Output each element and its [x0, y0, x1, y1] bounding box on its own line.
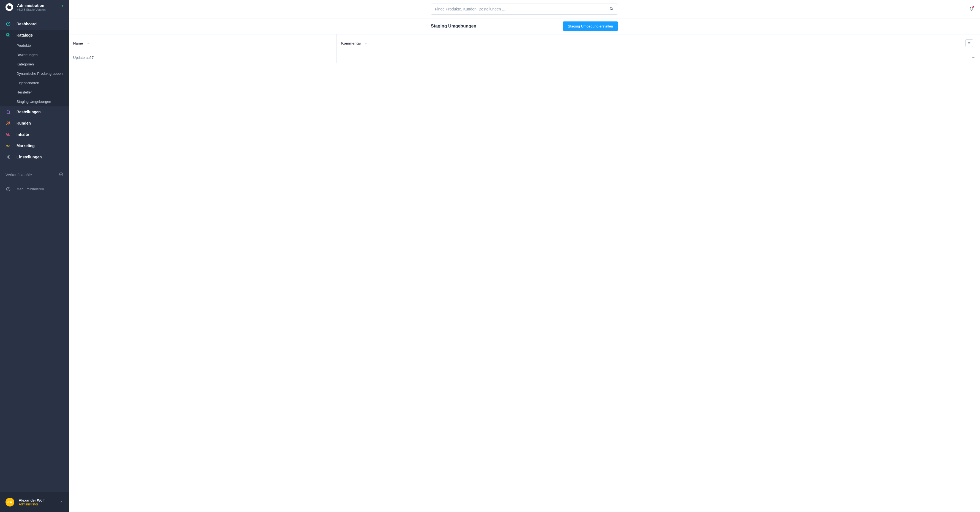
nav-label: Einstellungen [16, 155, 42, 159]
avatar: AW [5, 498, 14, 507]
nav-catalogs[interactable]: Kataloge [0, 30, 69, 41]
notifications-button[interactable] [969, 6, 974, 12]
add-sales-channel-button[interactable] [59, 172, 63, 178]
nav-orders[interactable]: Bestellungen [0, 106, 69, 118]
column-header-comment[interactable]: Kommentar ··· [337, 34, 961, 52]
nav-label: Dashboard [16, 22, 37, 26]
svg-point-12 [6, 187, 10, 191]
sales-channels-label: Verkaufskanäle [5, 173, 32, 177]
column-menu-icon[interactable]: ··· [365, 41, 369, 45]
sales-channels-section: Verkaufskanäle [0, 170, 69, 181]
sidebar: Administration v6.2.3 Stable Version Das… [0, 0, 69, 512]
subnav-properties[interactable]: Eigenschaften [0, 78, 69, 88]
minimize-label: Menü minimieren [16, 187, 44, 191]
gauge-icon [5, 21, 11, 27]
nav-content[interactable]: Inhalte [0, 129, 69, 140]
table-settings-button[interactable] [966, 39, 973, 47]
page-title: Staging Umgebungen [431, 24, 476, 29]
svg-point-8 [8, 157, 9, 158]
app-title: Administration [17, 3, 46, 8]
cell-comment [337, 52, 961, 63]
gear-icon [5, 154, 11, 160]
bag-icon [5, 109, 11, 115]
column-settings [961, 34, 980, 52]
notification-dot [972, 6, 974, 8]
users-icon [5, 120, 11, 126]
main-content: Staging Umgebungen Staging Umgebung erst… [69, 0, 980, 512]
user-name: Alexander Wolf [19, 498, 45, 502]
table-header-row: Name ··· Kommentar ··· [69, 34, 980, 52]
subnav-staging[interactable]: Staging Umgebungen [0, 97, 69, 106]
nav-label: Kataloge [16, 33, 33, 37]
list-icon [967, 41, 971, 45]
app-version: v6.2.3 Stable Version [17, 8, 46, 11]
subnav-reviews[interactable]: Bewertungen [0, 50, 69, 60]
logo-icon [5, 3, 13, 11]
svg-point-13 [610, 7, 612, 10]
nav-label: Bestellungen [16, 110, 41, 114]
plus-circle-icon [59, 172, 63, 176]
search-input[interactable] [435, 7, 609, 11]
chevron-left-circle-icon [5, 186, 11, 192]
nav-marketing[interactable]: Marketing [0, 140, 69, 152]
subnav-categories[interactable]: Kategorien [0, 60, 69, 69]
search-box[interactable] [431, 3, 618, 14]
staging-table: Name ··· Kommentar ··· [69, 34, 980, 63]
topbar [69, 0, 980, 18]
column-menu-icon[interactable]: ··· [87, 41, 91, 45]
svg-point-3 [7, 122, 8, 123]
nav-label: Marketing [16, 144, 35, 148]
svg-point-4 [9, 122, 10, 123]
create-staging-button[interactable]: Staging Umgebung erstellen [563, 21, 618, 31]
nav-settings[interactable]: Einstellungen [0, 152, 69, 163]
svg-rect-5 [6, 133, 9, 135]
subnav-products[interactable]: Produkte [0, 41, 69, 50]
nav-label: Kunden [16, 121, 31, 125]
copy-icon [5, 32, 11, 38]
row-actions-button[interactable]: ··· [961, 52, 980, 63]
cell-name: Update auf 7 [69, 52, 337, 63]
search-icon [609, 6, 614, 12]
svg-line-14 [612, 10, 613, 10]
chevron-up-icon [59, 500, 63, 504]
status-indicator [62, 5, 63, 6]
nav-dashboard[interactable]: Dashboard [0, 18, 69, 30]
page-header: Staging Umgebungen Staging Umgebung erst… [69, 18, 980, 34]
column-header-name[interactable]: Name ··· [69, 34, 337, 52]
table-area: Name ··· Kommentar ··· [69, 34, 980, 512]
subnav-manufacturers[interactable]: Hersteller [0, 88, 69, 97]
minimize-menu-button[interactable]: Menü minimieren [0, 184, 69, 195]
catalog-subnav: Produkte Bewertungen Kategorien Dynamisc… [0, 41, 69, 106]
subnav-dynamic-groups[interactable]: Dynamische Produktgruppen [0, 69, 69, 78]
user-role: Administrator [19, 502, 45, 506]
main-nav: Dashboard Kataloge Produkte Bewertungen … [0, 13, 69, 492]
table-row[interactable]: Update auf 7 ··· [69, 52, 980, 63]
sidebar-header: Administration v6.2.3 Stable Version [0, 0, 69, 13]
layout-icon [5, 132, 11, 137]
user-menu[interactable]: AW Alexander Wolf Administrator [0, 492, 69, 512]
megaphone-icon [5, 143, 11, 149]
nav-label: Inhalte [16, 132, 29, 137]
nav-customers[interactable]: Kunden [0, 118, 69, 129]
